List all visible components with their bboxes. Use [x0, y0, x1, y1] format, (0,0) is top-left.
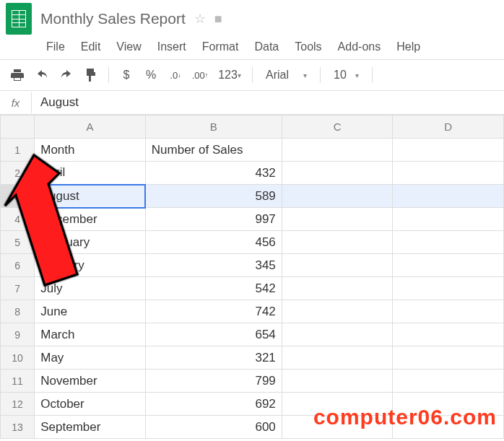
print-icon[interactable] — [7, 66, 27, 84]
table-row: 10May321 — [1, 346, 504, 370]
row-header[interactable]: 13 — [1, 416, 35, 439]
cell[interactable] — [282, 346, 393, 370]
cell[interactable]: June — [35, 300, 146, 323]
font-select[interactable]: Arial▾ — [260, 67, 313, 83]
cell[interactable] — [393, 370, 504, 393]
formula-input[interactable]: August — [32, 91, 504, 114]
decrease-decimal-button[interactable]: .0↓ — [165, 66, 186, 84]
row-header[interactable]: 6 — [1, 254, 35, 277]
menu-help[interactable]: Help — [396, 40, 420, 53]
cell[interactable]: 742 — [145, 300, 282, 323]
percent-button[interactable]: % — [141, 66, 161, 84]
watermark: computer06.com — [313, 405, 497, 429]
select-all-corner[interactable] — [1, 115, 35, 139]
cell[interactable] — [282, 370, 393, 393]
cell[interactable] — [282, 185, 393, 208]
col-header-c[interactable]: C — [282, 115, 393, 139]
menu-addons[interactable]: Add-ons — [338, 40, 381, 53]
col-header-b[interactable]: B — [145, 115, 282, 139]
row-header[interactable]: 11 — [1, 370, 35, 393]
row-header[interactable]: 1 — [1, 139, 35, 162]
cell[interactable] — [282, 300, 393, 323]
col-header-d[interactable]: D — [393, 115, 504, 139]
increase-decimal-button[interactable]: .00↑ — [190, 66, 210, 84]
menu-tools[interactable]: Tools — [295, 40, 321, 53]
paint-format-icon[interactable] — [81, 66, 101, 84]
cell[interactable] — [282, 208, 393, 231]
cell[interactable] — [282, 254, 393, 277]
cell[interactable] — [282, 323, 393, 346]
format-123-button[interactable]: 123▾ — [214, 66, 245, 84]
cell[interactable]: February — [35, 231, 146, 254]
menu-format[interactable]: Format — [202, 40, 239, 53]
cell[interactable] — [393, 231, 504, 254]
cell[interactable]: August — [35, 185, 146, 208]
cell[interactable] — [282, 277, 393, 300]
menu-insert[interactable]: Insert — [157, 40, 186, 53]
cell[interactable]: May — [35, 346, 146, 370]
menu-data[interactable]: Data — [254, 40, 279, 53]
cell[interactable]: 456 — [145, 231, 282, 254]
cell[interactable] — [393, 139, 504, 162]
table-row: 11November799 — [1, 370, 504, 393]
cell[interactable]: Number of Sales — [145, 139, 282, 162]
cell[interactable] — [393, 346, 504, 370]
cell[interactable] — [393, 185, 504, 208]
cell[interactable] — [393, 162, 504, 185]
cell[interactable]: 589 — [145, 185, 282, 208]
cell[interactable]: 799 — [145, 370, 282, 393]
col-header-a[interactable]: A — [35, 115, 146, 139]
cell[interactable]: March — [35, 323, 146, 346]
cell[interactable]: April — [35, 162, 146, 185]
cell[interactable] — [282, 139, 393, 162]
menu-file[interactable]: File — [46, 40, 65, 53]
cell[interactable]: July — [35, 277, 146, 300]
cell[interactable]: 997 — [145, 208, 282, 231]
row-header[interactable]: 5 — [1, 231, 35, 254]
row-header[interactable]: 9 — [1, 323, 35, 346]
star-icon[interactable]: ☆ — [194, 11, 206, 27]
separator — [372, 67, 373, 83]
cell[interactable]: October — [35, 393, 146, 416]
cell[interactable]: December — [35, 208, 146, 231]
cell[interactable] — [393, 254, 504, 277]
row-header[interactable]: 8 — [1, 300, 35, 323]
menu-view[interactable]: View — [116, 40, 141, 53]
cell[interactable] — [393, 300, 504, 323]
cell[interactable] — [282, 231, 393, 254]
redo-icon[interactable] — [56, 66, 77, 84]
fx-icon[interactable]: fx — [0, 92, 32, 113]
undo-icon[interactable] — [32, 66, 52, 84]
folder-icon[interactable]: ■ — [214, 12, 222, 27]
cell[interactable]: September — [35, 416, 146, 439]
sheets-logo-icon[interactable] — [6, 3, 32, 35]
currency-button[interactable]: $ — [116, 66, 136, 84]
menu-edit[interactable]: Edit — [81, 40, 101, 53]
cell[interactable] — [393, 277, 504, 300]
cell[interactable]: 321 — [145, 346, 282, 370]
cell[interactable] — [393, 208, 504, 231]
cell[interactable]: 432 — [145, 162, 282, 185]
cell[interactable]: 542 — [145, 277, 282, 300]
row-header[interactable]: 12 — [1, 393, 35, 416]
formula-bar: fx August — [0, 91, 504, 115]
document-title[interactable]: Monthly Sales Report — [40, 10, 186, 27]
row-header[interactable]: 3 — [1, 185, 35, 208]
table-row: 5February456 — [1, 231, 504, 254]
font-size-select[interactable]: 10▾ — [328, 67, 365, 83]
spreadsheet-grid[interactable]: A B C D 1MonthNumber of Sales2April4323A… — [0, 115, 504, 439]
cell[interactable]: 345 — [145, 254, 282, 277]
cell[interactable]: 692 — [145, 393, 282, 416]
cell[interactable]: Month — [35, 139, 146, 162]
cell[interactable]: November — [35, 370, 146, 393]
cell[interactable]: 654 — [145, 323, 282, 346]
row-header[interactable]: 7 — [1, 277, 35, 300]
toolbar: $ % .0↓ .00↑ 123▾ Arial▾ 10▾ — [0, 59, 504, 91]
cell[interactable] — [393, 323, 504, 346]
cell[interactable]: 600 — [145, 416, 282, 439]
row-header[interactable]: 2 — [1, 162, 35, 185]
cell[interactable]: January — [35, 254, 146, 277]
cell[interactable] — [282, 162, 393, 185]
row-header[interactable]: 4 — [1, 208, 35, 231]
row-header[interactable]: 10 — [1, 346, 35, 370]
